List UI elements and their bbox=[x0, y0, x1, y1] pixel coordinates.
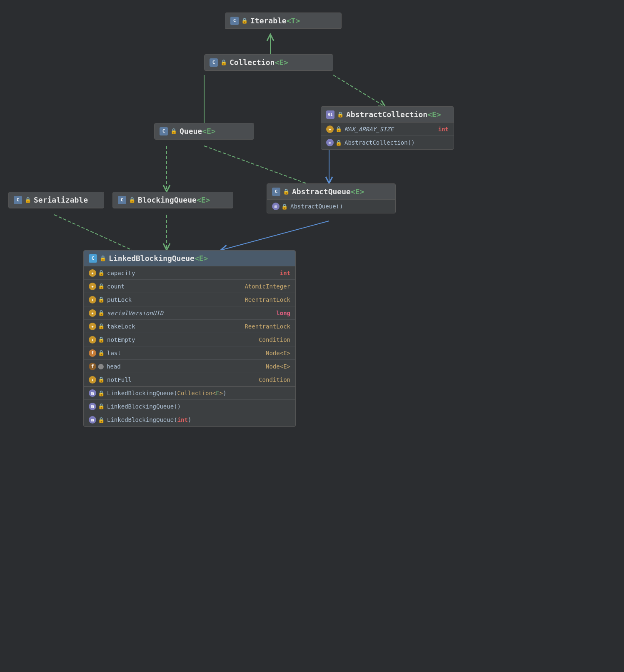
head-field-icon: f bbox=[89, 363, 96, 370]
takelock-name: takeLock bbox=[107, 323, 242, 330]
lbq-m3-icon: m bbox=[89, 416, 96, 424]
head-row: f ⬤ head Node<E> bbox=[84, 360, 295, 373]
putlock-field-icon: ✦ bbox=[89, 296, 96, 303]
max-array-size-field-icon: ✦ bbox=[326, 125, 334, 133]
iterable-class: C 🔒 Iterable<T> bbox=[225, 13, 342, 29]
abstractqueue-header: C 🔒 AbstractQueue<E> bbox=[267, 184, 395, 200]
notempty-field-icon: ✦ bbox=[89, 336, 96, 344]
linkedblockingqueue-class: C 🔒 LinkedBlockingQueue<E> ✦ 🔒 capacity … bbox=[83, 250, 296, 427]
iterable-header: C 🔒 Iterable<T> bbox=[225, 13, 341, 29]
svg-line-4 bbox=[221, 221, 329, 250]
lbq-m1-icon: m bbox=[89, 389, 96, 397]
linkedblockingqueue-title: LinkedBlockingQueue<E> bbox=[109, 254, 208, 263]
lbq-constructor-collection-name: LinkedBlockingQueue(Collection<E>) bbox=[107, 390, 227, 396]
abstractcollection-01-icon: 01 bbox=[326, 110, 334, 119]
iterable-lock-icon: 🔒 bbox=[241, 18, 248, 24]
notfull-field-icon: ✦ bbox=[89, 376, 96, 384]
putlock-name: putLock bbox=[107, 296, 242, 303]
last-field-icon: f bbox=[89, 349, 96, 357]
abstractqueue-c-icon: C bbox=[272, 188, 280, 196]
abstractcollection-method-lock-icon: 🔒 bbox=[335, 140, 342, 146]
serializable-class: C 🔒 Serializable bbox=[8, 192, 104, 208]
collection-class: C 🔒 Collection<E> bbox=[204, 54, 333, 71]
abstractcollection-class: 01 🔒 AbstractCollection<E> ✦ 🔒 MAX_ARRAY… bbox=[321, 106, 454, 150]
capacity-type: int bbox=[280, 270, 290, 276]
takelock-row: ✦ 🔒 takeLock ReentrantLock bbox=[84, 320, 295, 333]
collection-c-icon: C bbox=[210, 58, 218, 67]
queue-lock-icon: 🔒 bbox=[170, 128, 177, 134]
abstractcollection-method-name: AbstractCollection() bbox=[344, 139, 415, 146]
head-type: Node<E> bbox=[266, 363, 290, 370]
lbq-m2-icon: m bbox=[89, 403, 96, 410]
abstractqueue-lock-icon: 🔒 bbox=[283, 188, 290, 195]
lbq-m3-lock-icon: 🔒 bbox=[98, 417, 105, 423]
lbq-m1-lock-icon: 🔒 bbox=[98, 390, 105, 396]
capacity-name: capacity bbox=[107, 270, 277, 276]
lbq-constructor-empty-row: m 🔒 LinkedBlockingQueue() bbox=[84, 400, 295, 413]
count-name: count bbox=[107, 283, 242, 290]
takelock-type: ReentrantLock bbox=[245, 323, 290, 330]
notempty-type: Condition bbox=[259, 336, 290, 343]
collection-header: C 🔒 Collection<E> bbox=[205, 55, 333, 70]
head-name: head bbox=[107, 363, 263, 370]
queue-c-icon: C bbox=[160, 127, 168, 135]
abstractqueue-method-name: AbstractQueue() bbox=[290, 203, 343, 210]
head-lock-icon: ⬤ bbox=[98, 363, 104, 369]
abstractqueue-method-row: m 🔒 AbstractQueue() bbox=[267, 200, 395, 213]
abstractcollection-lock-icon: 🔒 bbox=[337, 111, 344, 118]
lbq-constructor-int-name: LinkedBlockingQueue(int) bbox=[107, 416, 191, 423]
abstractcollection-method-row: m 🔒 AbstractCollection() bbox=[321, 136, 454, 149]
blockingqueue-title: BlockingQueue<E> bbox=[138, 196, 210, 204]
putlock-lock-icon: 🔒 bbox=[98, 296, 105, 303]
lbq-constructor-collection-row: m 🔒 LinkedBlockingQueue(Collection<E>) bbox=[84, 386, 295, 400]
notfull-name: notFull bbox=[107, 376, 256, 383]
count-type: AtomicInteger bbox=[245, 283, 290, 290]
lbq-constructor-empty-name: LinkedBlockingQueue() bbox=[107, 403, 181, 410]
capacity-field-icon: ✦ bbox=[89, 269, 96, 277]
last-name: last bbox=[107, 350, 263, 356]
abstractcollection-m-icon: m bbox=[326, 139, 334, 146]
collection-lock-icon: 🔒 bbox=[220, 59, 227, 65]
count-field-icon: ✦ bbox=[89, 283, 96, 290]
serialversionuid-field-icon: ✦ bbox=[89, 309, 96, 317]
notfull-lock-icon: 🔒 bbox=[98, 376, 105, 383]
queue-class: C 🔒 Queue<E> bbox=[154, 123, 254, 140]
serialversionuid-name: serialVersionUID bbox=[107, 310, 274, 316]
count-lock-icon: 🔒 bbox=[98, 283, 105, 289]
takelock-lock-icon: 🔒 bbox=[98, 323, 105, 329]
serializable-header: C 🔒 Serializable bbox=[9, 192, 104, 208]
serialversionuid-lock-icon: 🔒 bbox=[98, 310, 105, 316]
notfull-row: ✦ 🔒 notFull Condition bbox=[84, 373, 295, 386]
lbq-constructor-int-row: m 🔒 LinkedBlockingQueue(int) bbox=[84, 413, 295, 426]
queue-title: Queue<E> bbox=[180, 127, 216, 135]
abstractqueue-m-icon: m bbox=[272, 203, 280, 210]
blockingqueue-c-icon: C bbox=[118, 196, 126, 204]
linkedblockingqueue-header: C 🔒 LinkedBlockingQueue<E> bbox=[84, 251, 295, 266]
abstractqueue-class: C 🔒 AbstractQueue<E> m 🔒 AbstractQueue() bbox=[267, 183, 396, 213]
takelock-field-icon: ✦ bbox=[89, 323, 96, 330]
last-row: f 🔒 last Node<E> bbox=[84, 346, 295, 360]
collection-title: Collection<E> bbox=[230, 58, 288, 67]
svg-line-3 bbox=[333, 75, 385, 107]
notempty-lock-icon: 🔒 bbox=[98, 336, 105, 343]
abstractcollection-header: 01 🔒 AbstractCollection<E> bbox=[321, 107, 454, 123]
putlock-type: ReentrantLock bbox=[245, 296, 290, 303]
capacity-row: ✦ 🔒 capacity int bbox=[84, 266, 295, 280]
linkedblockingqueue-c-icon: C bbox=[89, 254, 97, 263]
queue-header: C 🔒 Queue<E> bbox=[155, 123, 254, 139]
last-lock-icon: 🔒 bbox=[98, 350, 105, 356]
last-type: Node<E> bbox=[266, 350, 290, 356]
serializable-c-icon: C bbox=[14, 196, 22, 204]
abstractqueue-title: AbstractQueue<E> bbox=[292, 187, 364, 196]
linkedblockingqueue-lock-icon: 🔒 bbox=[100, 255, 106, 261]
abstractqueue-method-lock-icon: 🔒 bbox=[281, 203, 288, 210]
iterable-title: Iterable<T> bbox=[250, 16, 300, 25]
count-row: ✦ 🔒 count AtomicInteger bbox=[84, 280, 295, 293]
max-array-size-name: MAX_ARRAY_SIZE bbox=[344, 126, 436, 133]
abstractcollection-title: AbstractCollection<E> bbox=[346, 110, 441, 119]
serialversionuid-type: long bbox=[276, 310, 290, 316]
notfull-type: Condition bbox=[259, 376, 290, 383]
max-array-size-row: ✦ 🔒 MAX_ARRAY_SIZE int bbox=[321, 123, 454, 136]
serializable-lock-icon: 🔒 bbox=[25, 197, 31, 203]
notempty-row: ✦ 🔒 notEmpty Condition bbox=[84, 333, 295, 346]
